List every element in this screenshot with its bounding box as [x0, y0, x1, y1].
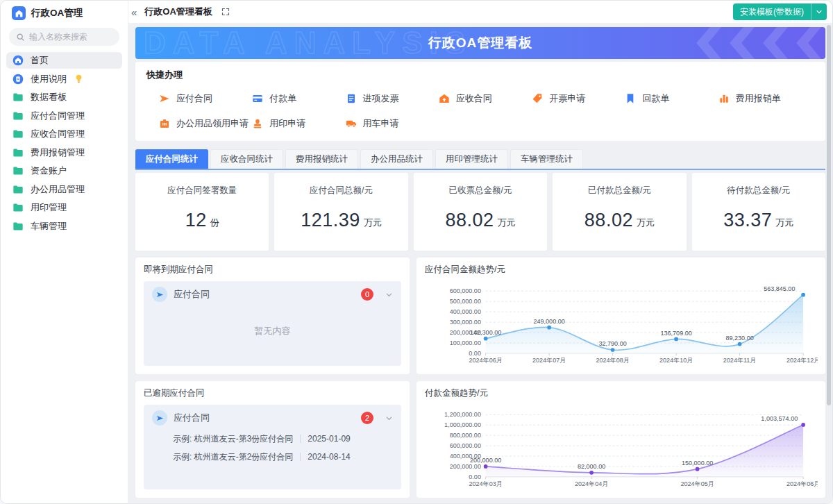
tab-vehicle-stats[interactable]: 车辆管理统计: [510, 149, 583, 169]
sidebar-item-data-board[interactable]: 数据看板: [6, 89, 122, 106]
page-tab[interactable]: 行政OA管理看板: [144, 6, 212, 18]
tab-payable-contract-stats[interactable]: 应付合同统计: [135, 149, 208, 169]
fullscreen-icon[interactable]: [221, 8, 230, 16]
svg-text:0.00: 0.00: [469, 350, 481, 357]
stat-card-invoiced-total: 已收票总金额/元 88.02万元: [414, 173, 547, 251]
count-badge: 0: [361, 288, 373, 301]
send-icon: [152, 410, 167, 426]
sidebar-menu: 首页 使用说明 数据看板 应付合同管理 应收合同管理 费用报销管理: [1, 52, 128, 503]
tab-office-supplies-stats[interactable]: 办公用品统计: [360, 149, 433, 169]
svg-text:800,000.00: 800,000.00: [450, 432, 481, 439]
sidebar-item-receivable-contract[interactable]: 应收合同管理: [6, 126, 122, 142]
scrollbar-thumb[interactable]: [827, 25, 831, 405]
house-icon: [439, 93, 450, 104]
sidebar-item-label: 应收合同管理: [31, 128, 85, 140]
svg-text:2024年08月: 2024年08月: [596, 357, 629, 364]
quick-action-collection-order[interactable]: 回款单: [625, 92, 718, 105]
svg-text:1,200,000.00: 1,200,000.00: [444, 411, 481, 418]
app-logo-icon: [12, 6, 26, 20]
svg-text:2024年06月: 2024年06月: [786, 480, 818, 487]
sidebar-search[interactable]: [9, 28, 119, 46]
tab-seal-stats[interactable]: 用印管理统计: [435, 149, 508, 169]
tag-icon: [532, 93, 543, 104]
svg-text:563,845.00: 563,845.00: [764, 285, 795, 292]
payable-trend-panel: 应付合同金额趋势/元 0.00100,000.00200,000.00300,0…: [416, 258, 825, 374]
chevron-down-icon[interactable]: [385, 414, 393, 422]
payable-trend-chart: 0.00100,000.00200,000.00300,000.00400,00…: [425, 281, 818, 366]
svg-text:249,000.00: 249,000.00: [533, 318, 564, 325]
svg-text:2024年03月: 2024年03月: [469, 480, 502, 487]
install-template-button[interactable]: 安装模板(带数据): [733, 3, 827, 20]
svg-text:0.00: 0.00: [469, 473, 481, 480]
install-dropdown-icon[interactable]: [811, 3, 827, 20]
folder-icon: [12, 110, 24, 121]
stat-value: 33.37: [723, 210, 772, 231]
sidebar-item-seal[interactable]: 用印管理: [6, 199, 122, 216]
bulb-icon: [75, 74, 83, 83]
sidebar-item-label: 用印管理: [31, 201, 67, 214]
sidebar-item-vehicle[interactable]: 车辆管理: [6, 218, 122, 235]
app-window: 行政OA管理 首页 使用说明 数据看板 应付合同: [0, 0, 833, 504]
dashboard-main: DATA ANALYSIS 行政OA管理看板 快捷办理 应付合同 付款单: [128, 23, 832, 503]
sidebar-item-expense[interactable]: 费用报销管理: [6, 144, 122, 161]
payment-trend-chart: 0.00200,000.00400,000.00600,000.00800,00…: [425, 405, 818, 489]
svg-text:200,000.00: 200,000.00: [470, 457, 501, 464]
overdue-group: 应付合同 2 示例: 杭州道友云-第3份应付合同 2025-01-09 示例: …: [144, 405, 401, 489]
overdue-contract-row[interactable]: 示例: 杭州道友云-第2份应付合同 2024-08-14: [144, 448, 401, 466]
topbar: « 行政OA管理看板 安装模板(带数据): [128, 1, 832, 23]
sidebar-item-label: 数据看板: [31, 91, 67, 103]
sidebar-item-office-supplies[interactable]: 办公用品管理: [6, 181, 122, 198]
banner-chevrons-decor: [696, 27, 821, 59]
sidebar-item-label: 费用报销管理: [31, 146, 85, 159]
quick-action-invoicing-request[interactable]: 开票申请: [532, 92, 625, 105]
home-icon: [12, 55, 24, 66]
overdue-date: 2024-08-14: [308, 452, 350, 462]
overdue-group-header[interactable]: 应付合同 2: [144, 405, 401, 430]
folder-icon: [12, 184, 24, 195]
quick-action-office-supplies-request[interactable]: 办公用品领用申请: [159, 117, 252, 130]
stat-card-contract-count: 应付合同签署数量 12份: [135, 173, 269, 251]
install-template-label[interactable]: 安装模板(带数据): [733, 3, 811, 20]
svg-text:136,709.00: 136,709.00: [660, 330, 691, 337]
sidebar-item-payable-contract[interactable]: 应付合同管理: [6, 108, 122, 124]
search-input[interactable]: [29, 32, 112, 42]
tab-receivable-contract-stats[interactable]: 应收合同统计: [210, 149, 283, 169]
app-title: 行政OA管理: [31, 7, 83, 19]
quick-action-receivable-contract[interactable]: 应收合同: [439, 92, 532, 105]
overdue-contracts-panel: 已逾期应付合同 应付合同 2 示例: 杭州道友云-第3份应付合同 2025-01…: [135, 381, 410, 498]
sidebar-item-guide[interactable]: 使用说明: [6, 71, 122, 87]
quick-action-input-invoice[interactable]: 进项发票: [346, 92, 439, 105]
stat-card-paid-total: 已付款总金额/元 88.02万元: [553, 173, 686, 251]
svg-text:32,790.00: 32,790.00: [598, 340, 626, 347]
quick-action-seal-request[interactable]: 用印申请: [252, 117, 345, 130]
folder-icon: [12, 202, 24, 213]
quick-action-vehicle-request[interactable]: 用车申请: [346, 117, 439, 130]
stat-value: 121.39: [301, 210, 360, 231]
quick-action-payable-contract[interactable]: 应付合同: [159, 92, 252, 105]
tab-expense-stats[interactable]: 费用报销统计: [285, 149, 358, 169]
app-logo: 行政OA管理: [1, 1, 128, 23]
quick-action-expense-report[interactable]: 费用报销单: [718, 92, 811, 105]
dashboard-banner: DATA ANALYSIS 行政OA管理看板: [135, 27, 825, 59]
stat-card-unpaid-total: 待付款总金额/元 33.37万元: [692, 173, 825, 251]
sidebar-item-home[interactable]: 首页: [6, 52, 122, 69]
collapse-sidebar-icon[interactable]: «: [130, 7, 138, 17]
count-badge: 2: [361, 412, 373, 424]
folder-icon: [12, 147, 24, 158]
svg-text:2024年06月: 2024年06月: [469, 357, 502, 364]
bar-chart-icon: [718, 93, 730, 104]
sidebar-item-label: 应付合同管理: [31, 110, 85, 122]
svg-text:142,300.00: 142,300.00: [470, 329, 501, 336]
doc-icon: [12, 74, 24, 85]
chevron-down-icon[interactable]: [385, 291, 393, 299]
folder-icon: [12, 221, 24, 232]
folder-icon: [12, 165, 24, 176]
empty-state-text: 暂无内容: [144, 325, 401, 337]
sidebar-item-fund-account[interactable]: 资金账户: [6, 162, 122, 179]
overdue-contract-row[interactable]: 示例: 杭州道友云-第3份应付合同 2025-01-09: [144, 430, 401, 448]
quick-action-payment-order[interactable]: 付款单: [252, 92, 345, 105]
upcoming-group-header[interactable]: 应付合同 0: [144, 281, 401, 306]
sidebar-item-label: 首页: [31, 54, 49, 67]
svg-text:2024年04月: 2024年04月: [575, 480, 608, 487]
stamp-icon: [252, 118, 263, 129]
